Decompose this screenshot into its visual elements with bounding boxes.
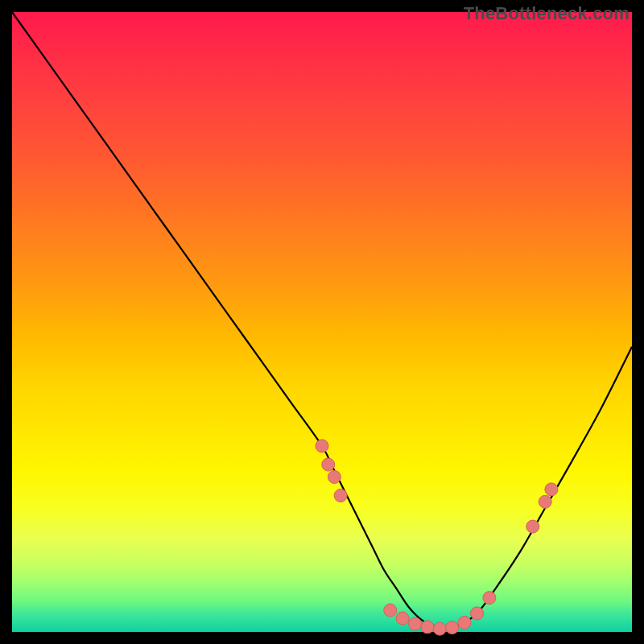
curve-marker <box>458 616 471 629</box>
plot-area <box>12 12 632 632</box>
watermark-text: TheBottleneck.com <box>464 3 630 24</box>
curve-marker <box>409 617 422 630</box>
curve-marker <box>421 621 434 634</box>
curve-marker <box>526 520 539 533</box>
curve-marker <box>433 622 446 635</box>
curve-marker <box>334 489 347 502</box>
curve-marker <box>396 612 409 625</box>
curve-marker <box>471 607 484 620</box>
bottleneck-curve <box>12 12 632 629</box>
curve-marker <box>322 458 335 471</box>
curve-marker <box>545 483 558 496</box>
curve-marker <box>328 471 341 484</box>
curve-marker <box>539 495 551 508</box>
chart-stage: TheBottleneck.com <box>0 0 644 644</box>
curve-marker <box>446 621 459 634</box>
curve-marker <box>316 440 328 452</box>
curve-markers <box>316 440 558 635</box>
curve-svg <box>12 12 632 632</box>
curve-marker <box>384 604 397 617</box>
curve-marker <box>483 592 496 605</box>
